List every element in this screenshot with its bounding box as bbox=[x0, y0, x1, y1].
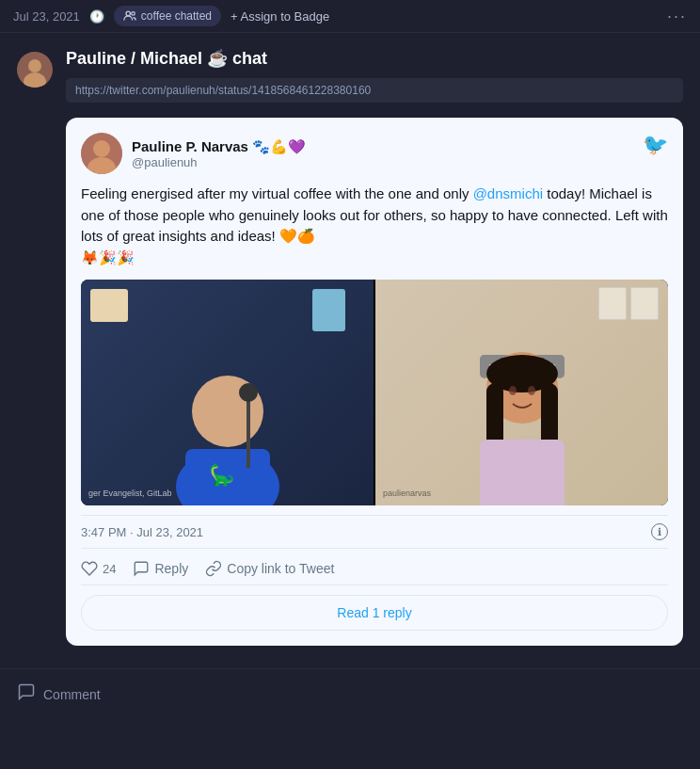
avatar-column bbox=[17, 48, 53, 646]
svg-point-13 bbox=[239, 383, 258, 402]
tweet-author-handle: @paulienuh bbox=[132, 155, 306, 169]
coffee-chatted-label: coffee chatted bbox=[141, 9, 212, 23]
avatar-image bbox=[17, 52, 53, 88]
top-bar: Jul 23, 2021 🕐 coffee chatted + Assign t… bbox=[0, 0, 700, 33]
wall-art-item-2 bbox=[630, 287, 659, 320]
tweet-actions: 24 Reply Copy link to Tweet bbox=[81, 556, 668, 585]
content-area: Pauline / Michael ☕ chat https://twitter… bbox=[0, 33, 700, 661]
person-left-silhouette: 🦕 bbox=[167, 336, 289, 505]
tweet-timestamp: 3:47 PM · Jul 23, 2021 bbox=[81, 525, 203, 539]
more-options-button[interactable]: ··· bbox=[667, 7, 687, 26]
tweet-mention[interactable]: @dnsmichi bbox=[473, 185, 543, 201]
svg-point-22 bbox=[509, 386, 517, 395]
twitter-bird-icon: 🐦 bbox=[643, 133, 668, 157]
main-column: Pauline / Michael ☕ chat https://twitter… bbox=[66, 48, 683, 646]
people-icon bbox=[123, 9, 136, 23]
svg-rect-12 bbox=[247, 393, 250, 468]
coffee-chatted-badge[interactable]: coffee chatted bbox=[114, 6, 221, 26]
tweet-header: Pauline P. Narvas 🐾💪💜 @paulienuh 🐦 bbox=[81, 133, 668, 174]
tweet-author-name: Pauline P. Narvas 🐾💪💜 bbox=[132, 138, 306, 155]
comment-icon bbox=[133, 560, 150, 577]
info-icon[interactable]: ℹ bbox=[651, 523, 668, 540]
chat-title: Pauline / Michael ☕ chat bbox=[66, 48, 683, 69]
tweet-avatar bbox=[81, 133, 122, 174]
comment-bubble-icon bbox=[17, 682, 36, 706]
wall-art-item-1 bbox=[598, 287, 627, 320]
tweet-avatar-image bbox=[81, 133, 122, 174]
poster-right bbox=[312, 289, 345, 331]
link-icon bbox=[205, 560, 222, 577]
read-reply-label: Read 1 reply bbox=[337, 605, 411, 620]
assign-badge-button[interactable]: + Assign to Badge bbox=[231, 9, 329, 24]
video-left-panel: 🦕 ger Evangelist, GitLab bbox=[81, 280, 374, 505]
copy-link-action[interactable]: Copy link to Tweet bbox=[205, 560, 334, 577]
svg-point-0 bbox=[126, 11, 130, 15]
heart-icon bbox=[81, 560, 98, 577]
svg-point-23 bbox=[528, 386, 535, 395]
svg-point-20 bbox=[486, 355, 558, 393]
svg-point-3 bbox=[28, 59, 41, 72]
comment-icon-svg bbox=[17, 682, 36, 701]
like-count: 24 bbox=[103, 562, 116, 576]
comment-label: Comment bbox=[43, 687, 101, 702]
url-bar[interactable]: https://twitter.com/paulienuh/status/141… bbox=[66, 78, 683, 103]
video-right-panel: paulienarvas bbox=[375, 280, 668, 505]
like-action[interactable]: 24 bbox=[81, 560, 116, 577]
tweet-body-pre: Feeling energised after my virtual coffe… bbox=[81, 185, 473, 201]
video-right-label: paulienarvas bbox=[383, 489, 431, 498]
reply-action[interactable]: Reply bbox=[133, 560, 188, 577]
reply-label: Reply bbox=[154, 561, 188, 576]
svg-point-6 bbox=[93, 140, 110, 157]
video-left-label: ger Evangelist, GitLab bbox=[88, 489, 172, 498]
tweet-card: Pauline P. Narvas 🐾💪💜 @paulienuh 🐦 Feeli… bbox=[66, 118, 683, 646]
comment-bar[interactable]: Comment bbox=[0, 668, 700, 719]
copy-link-label: Copy link to Tweet bbox=[227, 561, 334, 576]
assign-label: + Assign to Badge bbox=[231, 9, 329, 24]
tweet-meta: 3:47 PM · Jul 23, 2021 ℹ bbox=[81, 515, 668, 549]
date-label: Jul 23, 2021 bbox=[13, 9, 80, 24]
wall-art bbox=[598, 287, 659, 320]
read-reply-button[interactable]: Read 1 reply bbox=[81, 595, 668, 631]
video-frame: 🦕 ger Evangelist, GitLab bbox=[81, 280, 668, 505]
poster-left bbox=[90, 289, 128, 322]
clock-icon: 🕐 bbox=[89, 9, 104, 24]
svg-text:🦕: 🦕 bbox=[209, 462, 235, 488]
tweet-user-info: Pauline P. Narvas 🐾💪💜 @paulienuh bbox=[132, 138, 306, 169]
tweet-body: Feeling energised after my virtual coffe… bbox=[81, 184, 668, 268]
svg-point-1 bbox=[132, 12, 135, 16]
tweet-user: Pauline P. Narvas 🐾💪💜 @paulienuh bbox=[81, 133, 306, 174]
svg-rect-21 bbox=[480, 440, 565, 505]
avatar bbox=[17, 52, 53, 88]
person-right-silhouette bbox=[461, 317, 583, 505]
tweet-image: 🦕 ger Evangelist, GitLab bbox=[81, 280, 668, 505]
